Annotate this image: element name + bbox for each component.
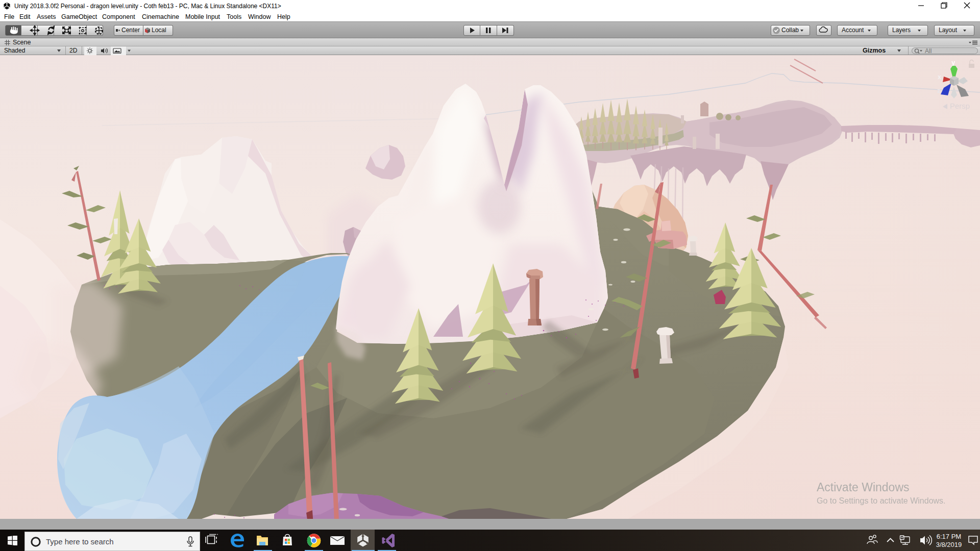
svg-text:Activate Windows: Activate Windows [817,481,910,494]
svg-text:z: z [937,87,940,94]
svg-text:Persp: Persp [950,102,970,110]
svg-text:x: x [938,73,941,81]
svg-text:3/8/2019: 3/8/2019 [936,541,962,548]
svg-text:6:17 PM: 6:17 PM [937,533,961,540]
svg-text:y: y [951,59,955,66]
svg-text:Go to Settings to activate Win: Go to Settings to activate Windows. [817,496,946,505]
